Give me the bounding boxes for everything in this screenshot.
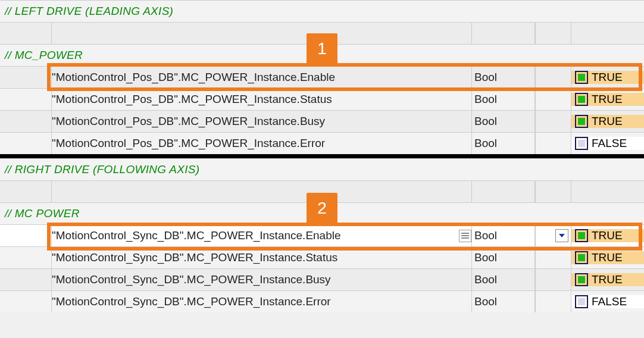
var-value: TRUE (592, 115, 623, 128)
var-row[interactable]: "MotionControl_Pos_DB".MC_POWER_Instance… (0, 66, 644, 88)
var-value-cell[interactable]: TRUE (571, 273, 644, 286)
dropdown-icon[interactable] (555, 229, 568, 242)
var-value-cell[interactable]: TRUE (571, 115, 644, 128)
var-row[interactable]: "MotionControl_Sync_DB".MC_POWER_Instanc… (0, 268, 644, 290)
comment-text: // LEFT DRIVE (LEADING AXIS) (5, 5, 173, 18)
var-value: TRUE (592, 71, 623, 84)
var-row[interactable]: "MotionControl_Pos_DB".MC_POWER_Instance… (0, 88, 644, 110)
bool-true-icon (575, 251, 588, 264)
var-row[interactable]: "MotionControl_Sync_DB".MC_POWER_Instanc… (0, 290, 644, 312)
callout-2: 2 (307, 193, 337, 224)
var-type: Bool (472, 273, 534, 286)
var-name[interactable]: "MotionControl_Sync_DB".MC_POWER_Instanc… (52, 273, 471, 286)
var-value-cell[interactable]: FALSE (571, 295, 644, 308)
var-name[interactable]: "MotionControl_Pos_DB".MC_POWER_Instance… (52, 71, 471, 84)
var-row[interactable]: "MotionControl_Sync_DB".MC_POWER_Instanc… (0, 224, 644, 246)
var-value: TRUE (592, 229, 623, 242)
bool-true-icon (575, 115, 588, 128)
bool-true-icon (575, 273, 588, 286)
var-name[interactable]: "MotionControl_Pos_DB".MC_POWER_Instance… (52, 137, 471, 150)
var-row[interactable]: "MotionControl_Sync_DB".MC_POWER_Instanc… (0, 246, 644, 268)
comment-text: // MC POWER (5, 207, 80, 220)
bool-false-icon (575, 137, 588, 150)
var-type: Bool (472, 229, 534, 242)
var-value-cell[interactable]: TRUE (571, 93, 644, 106)
var-value-cell[interactable]: FALSE (571, 137, 644, 150)
var-name[interactable]: "MotionControl_Sync_DB".MC_POWER_Instanc… (52, 229, 471, 242)
var-name[interactable]: "MotionControl_Sync_DB".MC_POWER_Instanc… (52, 251, 471, 264)
var-name[interactable]: "MotionControl_Pos_DB".MC_POWER_Instance… (52, 115, 471, 128)
bool-true-icon (575, 229, 588, 242)
var-name[interactable]: "MotionControl_Pos_DB".MC_POWER_Instance… (52, 93, 471, 106)
var-type: Bool (472, 71, 534, 84)
callout-1: 1 (307, 33, 337, 64)
var-name[interactable]: "MotionControl_Sync_DB".MC_POWER_Instanc… (52, 295, 471, 308)
var-value: FALSE (592, 295, 627, 308)
var-type: Bool (472, 137, 534, 150)
var-value: TRUE (592, 273, 623, 286)
var-type: Bool (472, 251, 534, 264)
comment-right-drive: // RIGHT DRIVE (FOLLOWING AXIS) (0, 158, 644, 180)
var-type: Bool (472, 295, 534, 308)
var-row[interactable]: "MotionControl_Pos_DB".MC_POWER_Instance… (0, 110, 644, 132)
var-value: TRUE (592, 93, 623, 106)
comment-text: // RIGHT DRIVE (FOLLOWING AXIS) (5, 163, 199, 176)
var-value-cell[interactable]: TRUE (571, 71, 644, 84)
var-type: Bool (472, 115, 534, 128)
comment-left-drive: // LEFT DRIVE (LEADING AXIS) (0, 0, 644, 22)
var-value: FALSE (592, 137, 627, 150)
bool-true-icon (575, 71, 588, 84)
bool-true-icon (575, 93, 588, 106)
var-value-cell[interactable]: TRUE (571, 251, 644, 264)
var-value: TRUE (592, 251, 623, 264)
separator (0, 154, 644, 158)
bool-false-icon (575, 295, 588, 308)
list-icon[interactable] (459, 230, 471, 242)
var-row[interactable]: "MotionControl_Pos_DB".MC_POWER_Instance… (0, 132, 644, 154)
var-value-cell[interactable]: TRUE (571, 229, 644, 242)
comment-text: // MC_POWER (5, 49, 83, 62)
var-type: Bool (472, 93, 534, 106)
